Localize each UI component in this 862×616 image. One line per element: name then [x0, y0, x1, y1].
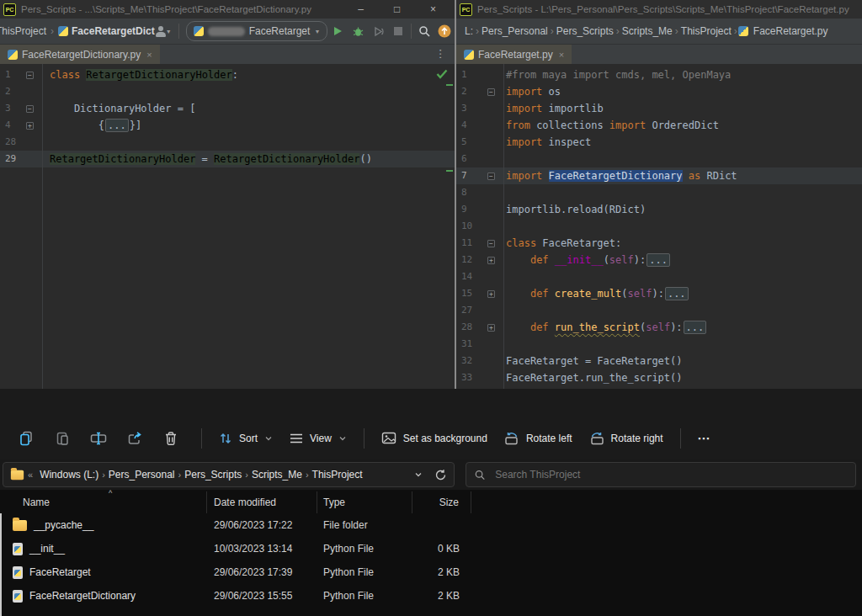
code-line-2[interactable]: 2 [0, 83, 455, 100]
stop-button[interactable] [388, 21, 408, 41]
breadcrumb-item[interactable]: FaceRetarget.py [752, 25, 830, 37]
close-button[interactable]: × [415, 3, 451, 15]
inspections-ok-icon[interactable] [436, 69, 448, 79]
debug-button[interactable] [348, 21, 368, 41]
code-line-2[interactable]: 2−import os [456, 83, 862, 100]
fold-collapse-icon[interactable]: − [485, 83, 498, 100]
code-line-31[interactable]: 31 [456, 336, 862, 353]
address-segment[interactable]: Pers_Scripts [181, 469, 245, 481]
arrow-up-circle-icon [438, 24, 451, 38]
close-tab-icon[interactable]: × [146, 50, 152, 60]
see-more-button[interactable]: ⋯ [689, 424, 718, 453]
code-token [506, 321, 530, 333]
user-icon[interactable] [155, 26, 166, 37]
breadcrumb-module[interactable]: FaceRetargetDict [72, 25, 155, 37]
code-line-3[interactable]: 3− DictionaryHolder = [ [0, 100, 455, 117]
address-overflow-icon[interactable]: « [28, 470, 33, 480]
file-row[interactable]: FaceRetarget29/06/2023 17:39Python File2… [0, 560, 862, 584]
file-date-modified: 29/06/2023 15:55 [207, 590, 317, 602]
breadcrumb-item[interactable]: Pers_Personal [480, 25, 550, 37]
code-line-9[interactable]: 9importlib.reload(RDict) [456, 201, 862, 218]
share-button[interactable] [120, 424, 149, 453]
code-line-3[interactable]: 3import importlib [456, 100, 862, 117]
file-size: 2 KB [412, 590, 471, 602]
code-line-1[interactable]: 1−class RetargetDictionaryHolder: [0, 66, 455, 83]
code-line-32[interactable]: 32FaceRetarget = FaceRetarget() [456, 353, 862, 369]
toolbar-divider [680, 428, 681, 449]
search-everywhere-button[interactable] [414, 21, 434, 41]
breadcrumb-item[interactable]: ThisProject [679, 25, 733, 37]
fold-collapse-icon[interactable]: − [485, 235, 498, 252]
run-button[interactable] [327, 21, 348, 41]
right-editor[interactable]: 1#from maya import cmds, mel, OpenMaya2−… [456, 64, 862, 390]
code-line-4[interactable]: 4+ {...}] [0, 117, 455, 134]
file-row[interactable]: __init__10/03/2023 13:14Python File0 KB [0, 537, 862, 560]
address-segment[interactable]: Pers_Personal [105, 469, 178, 481]
fold-expand-icon[interactable]: + [485, 252, 498, 268]
fold-expand-icon[interactable]: + [24, 117, 36, 134]
fold-expand-icon[interactable]: + [485, 285, 498, 302]
code-line-27[interactable]: 27 [456, 302, 862, 319]
tab-label: FaceRetarget.py [478, 49, 553, 61]
minimize-button[interactable]: – [343, 3, 379, 15]
code-token: RDict [700, 170, 737, 182]
code-line-10[interactable]: 10 [456, 218, 862, 235]
code-line-28[interactable]: 28 [0, 134, 455, 151]
breadcrumb-item[interactable]: Pers_Scripts [555, 25, 615, 37]
sort-button[interactable]: Sort [210, 424, 281, 453]
code-line-11[interactable]: 11−class FaceRetarget: [456, 235, 862, 252]
gutter-spacer [485, 336, 498, 353]
breadcrumb-project[interactable]: ThisProject [0, 25, 46, 37]
close-tab-icon[interactable]: × [559, 50, 564, 60]
fold-collapse-icon[interactable]: − [24, 100, 36, 117]
code-line-15[interactable]: 15+ def create_mult(self):... [456, 285, 862, 302]
left-editor[interactable]: 1−class RetargetDictionaryHolder:23− Dic… [0, 64, 455, 390]
code-line-8[interactable]: 8 [456, 184, 862, 201]
code-line-33[interactable]: 33FaceRetarget.run_the_script() [456, 369, 862, 386]
code-line-7[interactable]: 7−import FaceRetargetDictionary as RDict [456, 167, 862, 184]
address-bar[interactable]: « Windows (L:)›Pers_Personal›Pers_Script… [3, 462, 455, 487]
search-box[interactable] [466, 462, 856, 487]
chevron-down-icon[interactable] [414, 470, 423, 479]
paste-button[interactable] [48, 424, 77, 453]
code-line-5[interactable]: 5import inspect [456, 134, 862, 151]
tab-faceretarget[interactable]: FaceRetarget.py × [456, 45, 572, 64]
copy-button[interactable] [12, 424, 40, 453]
fold-expand-icon[interactable]: + [485, 319, 498, 336]
address-segment[interactable]: Windows (L:) [36, 469, 102, 481]
rename-button[interactable] [84, 424, 113, 453]
run-configuration-select[interactable]: FaceRetarget ▼ [186, 21, 328, 41]
column-header-size[interactable]: Size [412, 491, 471, 513]
breadcrumb-item[interactable]: L: [463, 25, 475, 37]
file-row[interactable]: __pycache__29/06/2023 17:22File folder [0, 513, 862, 537]
address-segment[interactable]: Scripts_Me [248, 469, 306, 481]
fold-collapse-icon[interactable]: − [485, 167, 498, 184]
fold-collapse-icon[interactable]: − [24, 66, 36, 83]
file-row[interactable]: FaceRetargetDictionary29/06/2023 15:55Py… [0, 584, 862, 608]
maximize-button[interactable]: □ [379, 3, 415, 15]
column-header-type[interactable]: Type [317, 491, 412, 513]
folder-icon [11, 470, 24, 480]
delete-button[interactable] [157, 424, 185, 453]
refresh-icon[interactable] [434, 469, 447, 481]
set-as-background-button[interactable]: Set as background [373, 424, 496, 453]
column-header-date-modified[interactable]: Date modified [207, 491, 317, 513]
column-header-name[interactable]: Name [0, 491, 207, 513]
tab-faceretargetdictionary[interactable]: FaceRetargetDictionary.py × [0, 45, 160, 64]
code-line-29[interactable]: 29RetargetDictionaryHolder = RetargetDic… [0, 151, 455, 167]
code-line-1[interactable]: 1#from maya import cmds, mel, OpenMaya [456, 66, 862, 83]
view-button[interactable]: View [281, 424, 355, 453]
search-input[interactable] [493, 468, 847, 481]
breadcrumb-item[interactable]: Scripts_Me [620, 25, 674, 37]
coverage-button[interactable] [368, 21, 388, 41]
code-line-28[interactable]: 28+ def run_the_script(self):... [456, 319, 862, 336]
rotate-right-button[interactable]: Rotate right [581, 424, 672, 453]
code-line-4[interactable]: 4from collections import OrderedDict [456, 117, 862, 134]
code-line-12[interactable]: 12+ def __init__(self):... [456, 252, 862, 268]
update-project-button[interactable] [434, 21, 455, 41]
rotate-left-button[interactable]: Rotate left [496, 424, 581, 453]
code-line-6[interactable]: 6 [456, 151, 862, 167]
view-icon [290, 433, 303, 444]
code-line-14[interactable]: 14 [456, 268, 862, 285]
address-segment[interactable]: ThisProject [309, 469, 366, 481]
